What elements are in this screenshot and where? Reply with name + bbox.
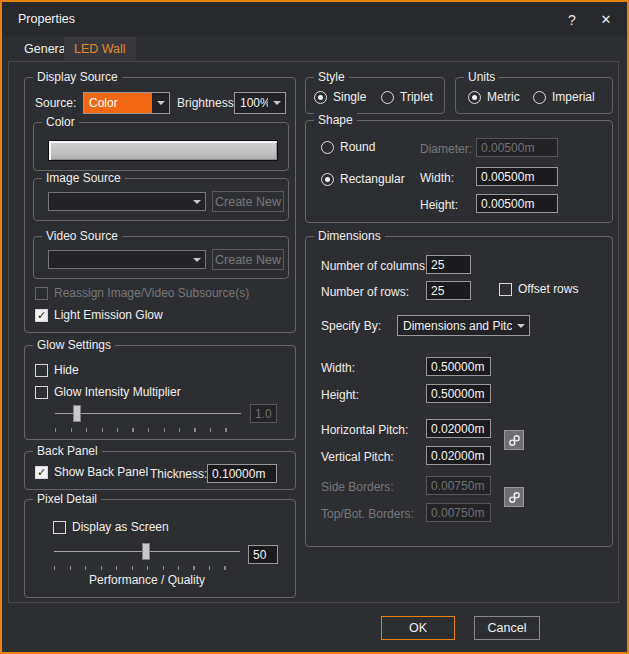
brightness-dropdown[interactable]: 100% <box>234 92 286 114</box>
style-triplet-label: Triplet <box>400 90 433 104</box>
checkbox-checked-icon: ✓ <box>35 309 48 322</box>
performance-quality-label: Performance / Quality <box>54 573 240 587</box>
glow-intensity-slider[interactable] <box>55 405 241 433</box>
shape-height-input[interactable] <box>476 194 558 213</box>
image-create-new-button[interactable]: Create New <box>212 191 284 212</box>
pixel-detail-legend: Pixel Detail <box>33 492 101 506</box>
slider-ticks <box>55 428 241 432</box>
shape-round-radio[interactable]: Round <box>321 140 375 154</box>
diameter-label: Diameter: <box>420 142 472 156</box>
help-icon[interactable]: ? <box>561 10 583 30</box>
video-create-new-button[interactable]: Create New <box>212 249 284 270</box>
hide-checkbox[interactable]: Hide <box>35 363 79 377</box>
image-source-dropdown[interactable] <box>48 192 206 211</box>
shape-group: Shape Round Diameter: Rectangular Width:… <box>305 120 613 223</box>
video-source-group: Video Source Create New <box>33 236 289 279</box>
topbot-borders-label: Top/Bot. Borders: <box>321 507 414 521</box>
light-emission-glow-checkbox[interactable]: ✓ Light Emission Glow <box>35 308 163 322</box>
horizontal-pitch-label: Horizontal Pitch: <box>321 423 408 437</box>
shape-width-input[interactable] <box>476 167 558 186</box>
slider-handle[interactable] <box>142 543 150 560</box>
side-borders-input[interactable] <box>426 476 491 495</box>
slider-ticks <box>54 566 240 570</box>
glow-intensity-checkbox[interactable]: Glow Intensity Multiplier <box>35 385 181 399</box>
shape-height-label: Height: <box>420 198 458 212</box>
dimensions-legend: Dimensions <box>314 229 385 243</box>
chevron-down-icon <box>152 93 169 113</box>
units-metric-label: Metric <box>487 90 520 104</box>
tab-led-wall[interactable]: LED Wall <box>64 37 136 61</box>
image-source-legend: Image Source <box>42 171 125 185</box>
close-icon[interactable]: ✕ <box>595 10 617 30</box>
units-imperial-radio[interactable]: Imperial <box>533 90 595 104</box>
source-dropdown[interactable]: Color <box>83 92 170 114</box>
checkbox-checked-icon: ✓ <box>35 466 48 479</box>
offset-rows-label: Offset rows <box>518 282 578 296</box>
chain-link-icon <box>508 491 521 504</box>
offset-rows-checkbox[interactable]: Offset rows <box>499 282 578 296</box>
video-source-dropdown[interactable] <box>48 250 206 269</box>
units-legend: Units <box>464 70 499 84</box>
radio-icon <box>533 91 546 104</box>
units-metric-radio[interactable]: Metric <box>468 90 520 104</box>
dim-height-input[interactable] <box>426 384 491 403</box>
specify-by-dropdown-value: Dimensions and Pitch <box>398 319 512 333</box>
hide-label: Hide <box>54 363 79 377</box>
reassign-subsource-checkbox[interactable]: Reassign Image/Video Subsource(s) <box>35 286 249 300</box>
image-source-group: Image Source Create New <box>33 178 289 221</box>
checkbox-icon <box>35 287 48 300</box>
shape-rectangular-radio[interactable]: Rectangular <box>321 172 405 186</box>
display-source-group: Display Source Source: Color Brightness:… <box>24 77 296 333</box>
units-group: Units Metric Imperial <box>455 77 613 114</box>
chain-link-icon <box>508 434 521 447</box>
units-imperial-label: Imperial <box>552 90 595 104</box>
style-single-radio[interactable]: Single <box>314 90 366 104</box>
glow-settings-legend: Glow Settings <box>33 338 115 352</box>
glow-intensity-label: Glow Intensity Multiplier <box>54 385 181 399</box>
show-back-panel-checkbox[interactable]: ✓ Show Back Panel <box>35 465 148 479</box>
chevron-down-icon <box>188 251 205 268</box>
source-dropdown-value: Color <box>84 93 152 113</box>
dim-width-input[interactable] <box>426 357 491 376</box>
link-borders-button[interactable] <box>504 487 524 507</box>
topbot-borders-input[interactable] <box>426 503 491 522</box>
color-group: Color <box>33 122 289 171</box>
specify-by-label: Specify By: <box>321 319 381 333</box>
diameter-input[interactable] <box>476 138 558 157</box>
style-legend: Style <box>314 70 349 84</box>
shape-width-label: Width: <box>420 171 454 185</box>
light-emission-glow-label: Light Emission Glow <box>54 308 163 322</box>
rows-input[interactable] <box>426 281 471 300</box>
glow-intensity-value[interactable] <box>250 404 277 423</box>
shape-round-label: Round <box>340 140 375 154</box>
chevron-down-icon <box>268 93 285 113</box>
dimensions-group: Dimensions Number of columns: Number of … <box>305 236 613 547</box>
display-as-screen-checkbox[interactable]: Display as Screen <box>53 520 169 534</box>
slider-handle[interactable] <box>73 405 81 422</box>
link-pitch-button[interactable] <box>504 430 524 450</box>
display-source-legend: Display Source <box>33 70 122 84</box>
pixel-detail-slider[interactable] <box>54 543 240 571</box>
chevron-down-icon <box>188 193 205 210</box>
style-triplet-radio[interactable]: Triplet <box>381 90 433 104</box>
color-swatch[interactable] <box>48 140 278 161</box>
pixel-detail-value[interactable] <box>248 545 278 564</box>
pixel-detail-group: Pixel Detail Display as Screen Performan… <box>24 499 296 598</box>
ok-button[interactable]: OK <box>381 616 455 640</box>
columns-label: Number of columns: <box>321 259 428 273</box>
chevron-down-icon <box>512 316 529 335</box>
dim-height-label: Height: <box>321 388 359 402</box>
back-panel-legend: Back Panel <box>33 444 102 458</box>
radio-checked-icon <box>321 173 334 186</box>
display-as-screen-label: Display as Screen <box>72 520 169 534</box>
specify-by-dropdown[interactable]: Dimensions and Pitch <box>397 315 530 336</box>
vertical-pitch-input[interactable] <box>426 446 491 465</box>
thickness-input[interactable] <box>207 464 277 483</box>
checkbox-icon <box>53 521 66 534</box>
reassign-subsource-label: Reassign Image/Video Subsource(s) <box>54 286 249 300</box>
columns-input[interactable] <box>426 255 471 274</box>
horizontal-pitch-input[interactable] <box>426 419 491 438</box>
title-bar[interactable]: Properties ? ✕ <box>2 2 627 36</box>
style-single-label: Single <box>333 90 366 104</box>
cancel-button[interactable]: Cancel <box>474 616 540 640</box>
